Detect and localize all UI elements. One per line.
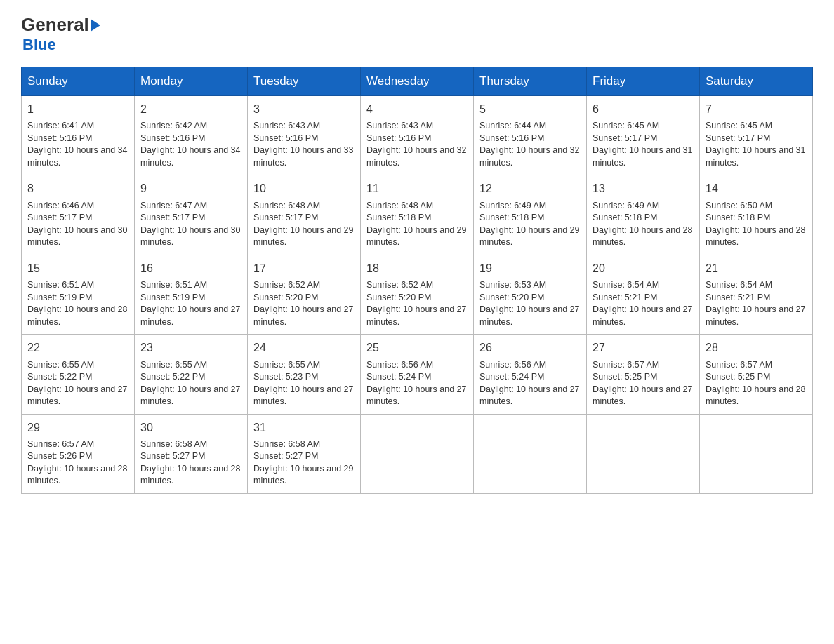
- day-cell: 11Sunrise: 6:48 AMSunset: 5:18 PMDayligh…: [361, 175, 474, 255]
- day-detail: Sunrise: 6:55 AMSunset: 5:22 PMDaylight:…: [27, 359, 128, 408]
- day-detail: Sunrise: 6:58 AMSunset: 5:27 PMDaylight:…: [140, 438, 241, 488]
- day-cell: 4Sunrise: 6:43 AMSunset: 5:16 PMDaylight…: [361, 96, 474, 175]
- day-number: 8: [27, 181, 128, 196]
- page-header: General Blue: [21, 14, 813, 54]
- day-number: 3: [253, 102, 355, 117]
- day-detail: Sunrise: 6:44 AMSunset: 5:16 PMDaylight:…: [479, 120, 581, 169]
- weekday-header-monday: Monday: [135, 67, 248, 96]
- day-detail: Sunrise: 6:48 AMSunset: 5:18 PMDaylight:…: [366, 200, 468, 249]
- day-detail: Sunrise: 6:43 AMSunset: 5:16 PMDaylight:…: [366, 120, 468, 169]
- day-detail: Sunrise: 6:56 AMSunset: 5:24 PMDaylight:…: [479, 359, 581, 408]
- logo-general-text: General: [21, 14, 89, 36]
- day-cell: [700, 414, 813, 493]
- day-cell: 8Sunrise: 6:46 AMSunset: 5:17 PMDaylight…: [22, 175, 135, 255]
- day-number: 4: [366, 102, 468, 117]
- day-cell: 30Sunrise: 6:58 AMSunset: 5:27 PMDayligh…: [135, 414, 248, 493]
- week-row-1: 1Sunrise: 6:41 AMSunset: 5:16 PMDaylight…: [22, 96, 813, 175]
- day-detail: Sunrise: 6:49 AMSunset: 5:18 PMDaylight:…: [479, 200, 581, 249]
- day-number: 13: [593, 181, 694, 196]
- weekday-header-sunday: Sunday: [22, 67, 135, 96]
- weekday-header-tuesday: Tuesday: [248, 67, 361, 96]
- day-cell: [587, 414, 700, 493]
- day-cell: 13Sunrise: 6:49 AMSunset: 5:18 PMDayligh…: [587, 175, 700, 255]
- day-cell: 12Sunrise: 6:49 AMSunset: 5:18 PMDayligh…: [474, 175, 587, 255]
- logo-area: General Blue: [21, 14, 102, 54]
- logo: General: [21, 14, 102, 36]
- day-detail: Sunrise: 6:52 AMSunset: 5:20 PMDaylight:…: [366, 279, 468, 328]
- day-cell: 3Sunrise: 6:43 AMSunset: 5:16 PMDaylight…: [248, 96, 361, 175]
- day-detail: Sunrise: 6:41 AMSunset: 5:16 PMDaylight:…: [27, 120, 128, 169]
- day-number: 18: [366, 261, 468, 276]
- week-row-5: 29Sunrise: 6:57 AMSunset: 5:26 PMDayligh…: [22, 414, 813, 493]
- day-detail: Sunrise: 6:55 AMSunset: 5:22 PMDaylight:…: [140, 359, 241, 408]
- day-detail: Sunrise: 6:47 AMSunset: 5:17 PMDaylight:…: [140, 200, 241, 249]
- day-number: 29: [27, 420, 128, 436]
- day-detail: Sunrise: 6:48 AMSunset: 5:17 PMDaylight:…: [253, 200, 355, 249]
- weekday-header-thursday: Thursday: [474, 67, 587, 96]
- day-detail: Sunrise: 6:45 AMSunset: 5:17 PMDaylight:…: [593, 120, 694, 169]
- day-detail: Sunrise: 6:45 AMSunset: 5:17 PMDaylight:…: [706, 120, 807, 169]
- day-number: 22: [27, 340, 128, 356]
- day-cell: 25Sunrise: 6:56 AMSunset: 5:24 PMDayligh…: [361, 335, 474, 414]
- day-number: 15: [27, 261, 128, 276]
- week-row-4: 22Sunrise: 6:55 AMSunset: 5:22 PMDayligh…: [22, 335, 813, 414]
- day-cell: 6Sunrise: 6:45 AMSunset: 5:17 PMDaylight…: [587, 96, 700, 175]
- day-cell: 14Sunrise: 6:50 AMSunset: 5:18 PMDayligh…: [700, 175, 813, 255]
- day-number: 24: [253, 340, 355, 356]
- day-cell: 23Sunrise: 6:55 AMSunset: 5:22 PMDayligh…: [135, 335, 248, 414]
- day-cell: 21Sunrise: 6:54 AMSunset: 5:21 PMDayligh…: [700, 255, 813, 334]
- day-cell: 29Sunrise: 6:57 AMSunset: 5:26 PMDayligh…: [22, 414, 135, 493]
- day-detail: Sunrise: 6:57 AMSunset: 5:25 PMDaylight:…: [593, 359, 694, 408]
- day-detail: Sunrise: 6:50 AMSunset: 5:18 PMDaylight:…: [706, 200, 807, 249]
- logo-blue-text: Blue: [22, 36, 56, 54]
- day-detail: Sunrise: 6:49 AMSunset: 5:18 PMDaylight:…: [593, 200, 694, 249]
- day-detail: Sunrise: 6:57 AMSunset: 5:26 PMDaylight:…: [27, 438, 128, 488]
- day-number: 16: [140, 261, 241, 276]
- day-number: 20: [593, 261, 694, 276]
- day-cell: 9Sunrise: 6:47 AMSunset: 5:17 PMDaylight…: [135, 175, 248, 255]
- day-number: 1: [27, 102, 128, 117]
- day-detail: Sunrise: 6:51 AMSunset: 5:19 PMDaylight:…: [140, 279, 241, 328]
- day-number: 12: [479, 181, 581, 196]
- day-cell: 10Sunrise: 6:48 AMSunset: 5:17 PMDayligh…: [248, 175, 361, 255]
- day-detail: Sunrise: 6:53 AMSunset: 5:20 PMDaylight:…: [479, 279, 581, 328]
- day-detail: Sunrise: 6:52 AMSunset: 5:20 PMDaylight:…: [253, 279, 355, 328]
- day-cell: 19Sunrise: 6:53 AMSunset: 5:20 PMDayligh…: [474, 255, 587, 334]
- logo-flag-icon: [91, 19, 100, 32]
- day-number: 11: [366, 181, 468, 196]
- day-detail: Sunrise: 6:57 AMSunset: 5:25 PMDaylight:…: [706, 359, 807, 408]
- day-number: 27: [593, 340, 694, 356]
- day-number: 6: [593, 102, 694, 117]
- day-detail: Sunrise: 6:54 AMSunset: 5:21 PMDaylight:…: [706, 279, 807, 328]
- day-number: 9: [140, 181, 241, 196]
- day-cell: 2Sunrise: 6:42 AMSunset: 5:16 PMDaylight…: [135, 96, 248, 175]
- day-number: 30: [140, 420, 241, 436]
- day-number: 26: [479, 340, 581, 356]
- day-number: 10: [253, 181, 355, 196]
- day-cell: 31Sunrise: 6:58 AMSunset: 5:27 PMDayligh…: [248, 414, 361, 493]
- day-cell: 24Sunrise: 6:55 AMSunset: 5:23 PMDayligh…: [248, 335, 361, 414]
- day-number: 31: [253, 420, 355, 436]
- day-cell: 5Sunrise: 6:44 AMSunset: 5:16 PMDaylight…: [474, 96, 587, 175]
- day-cell: 16Sunrise: 6:51 AMSunset: 5:19 PMDayligh…: [135, 255, 248, 334]
- day-cell: 15Sunrise: 6:51 AMSunset: 5:19 PMDayligh…: [22, 255, 135, 334]
- day-detail: Sunrise: 6:46 AMSunset: 5:17 PMDaylight:…: [27, 200, 128, 249]
- day-number: 2: [140, 102, 241, 117]
- day-cell: 26Sunrise: 6:56 AMSunset: 5:24 PMDayligh…: [474, 335, 587, 414]
- day-cell: 17Sunrise: 6:52 AMSunset: 5:20 PMDayligh…: [248, 255, 361, 334]
- day-cell: 22Sunrise: 6:55 AMSunset: 5:22 PMDayligh…: [22, 335, 135, 414]
- day-number: 14: [706, 181, 807, 196]
- weekday-header-friday: Friday: [587, 67, 700, 96]
- day-cell: [361, 414, 474, 493]
- day-number: 17: [253, 261, 355, 276]
- week-row-2: 8Sunrise: 6:46 AMSunset: 5:17 PMDaylight…: [22, 175, 813, 255]
- day-cell: 20Sunrise: 6:54 AMSunset: 5:21 PMDayligh…: [587, 255, 700, 334]
- day-cell: 1Sunrise: 6:41 AMSunset: 5:16 PMDaylight…: [22, 96, 135, 175]
- day-detail: Sunrise: 6:42 AMSunset: 5:16 PMDaylight:…: [140, 120, 241, 169]
- day-detail: Sunrise: 6:58 AMSunset: 5:27 PMDaylight:…: [253, 438, 355, 488]
- day-number: 7: [706, 102, 807, 117]
- day-cell: 7Sunrise: 6:45 AMSunset: 5:17 PMDaylight…: [700, 96, 813, 175]
- day-number: 23: [140, 340, 241, 356]
- day-cell: 28Sunrise: 6:57 AMSunset: 5:25 PMDayligh…: [700, 335, 813, 414]
- day-detail: Sunrise: 6:54 AMSunset: 5:21 PMDaylight:…: [593, 279, 694, 328]
